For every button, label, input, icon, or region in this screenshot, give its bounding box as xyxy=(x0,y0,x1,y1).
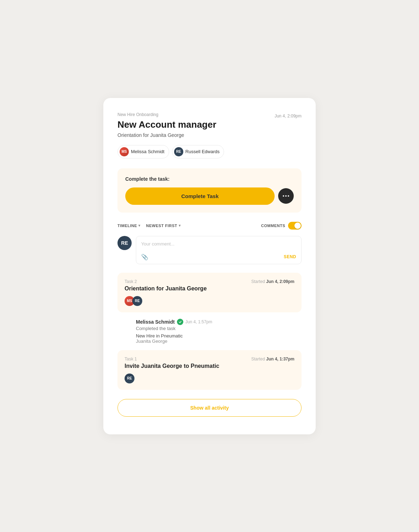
header-timestamp: Jun 4, 2:09pm xyxy=(275,114,302,118)
activity-detail-title: New Hire in Pneumatic xyxy=(136,333,302,339)
send-button[interactable]: SEND xyxy=(284,254,296,259)
avatar-russell: RE xyxy=(174,147,183,156)
timeline-chevron-icon: ▾ xyxy=(138,224,140,227)
comment-row: RE Your comment... 📎 SEND xyxy=(117,236,302,264)
task-avatar-russell-1: RE xyxy=(125,374,134,383)
dot-2 xyxy=(285,195,287,197)
check-icon xyxy=(177,319,183,325)
avatar-melissa: MS xyxy=(120,147,129,156)
comment-footer: 📎 SEND xyxy=(141,254,296,260)
timeline-filter-pill[interactable]: TIMELINE ▾ xyxy=(117,224,140,228)
header-row: New Hire Onboarding New Account manager … xyxy=(117,112,302,145)
dot-1 xyxy=(283,195,284,197)
activity-who-row: Melissa Schmidt Jun 4, 1:57pm xyxy=(136,319,302,325)
task-avatar-russell-2: RE xyxy=(132,296,142,306)
page-subtitle: Orientation for Juanita George xyxy=(117,132,216,138)
task-meta-1: Task 1 Started Jun 4, 1:37pm xyxy=(125,357,294,362)
task-meta-2: Task 2 Started Jun 4, 2:09pm xyxy=(125,279,294,284)
sort-pill[interactable]: NEWEST FIRST ▾ xyxy=(146,224,180,228)
sort-label: NEWEST FIRST xyxy=(146,224,177,228)
task-card-1: Task 1 Started Jun 4, 1:37pm Invite Juan… xyxy=(117,350,302,390)
assignee-chip-russell[interactable]: RE Russell Edwards xyxy=(172,145,224,158)
timeline-controls: TIMELINE ▾ NEWEST FIRST ▾ COMMENTS xyxy=(117,222,302,230)
activity-avatar: MS xyxy=(117,319,132,333)
timeline-label: TIMELINE xyxy=(117,224,137,228)
assignee-name-melissa: Melissa Schmidt xyxy=(131,149,165,154)
task-title-1: Invite Juanita George to Pneumatic xyxy=(125,363,294,369)
activity-detail-sub: Juanita George xyxy=(136,339,302,344)
main-card: New Hire Onboarding New Account manager … xyxy=(103,98,316,434)
task-label-1: Task 1 xyxy=(125,357,137,362)
attach-icon[interactable]: 📎 xyxy=(141,254,148,260)
comments-toggle-switch[interactable] xyxy=(288,222,302,230)
comment-placeholder[interactable]: Your comment... xyxy=(141,241,296,247)
toggle-knob xyxy=(294,222,301,229)
task-avatars-2: MS RE xyxy=(125,296,294,306)
activity-name: Melissa Schmidt xyxy=(136,319,175,325)
complete-row: Complete Task xyxy=(125,187,294,205)
complete-task-button[interactable]: Complete Task xyxy=(125,187,275,205)
activity-entry: MS Melissa Schmidt Jun 4, 1:57pm Complet… xyxy=(117,319,302,344)
sort-chevron-icon: ▾ xyxy=(179,224,181,227)
assignees-list: MS Melissa Schmidt RE Russell Edwards xyxy=(117,145,302,158)
task-complete-box: Complete the task: Complete Task xyxy=(117,168,302,213)
task-avatars-1: RE xyxy=(125,374,294,383)
task-card-2: Task 2 Started Jun 4, 2:09pm Orientation… xyxy=(117,273,302,312)
assignee-name-russell: Russell Edwards xyxy=(185,149,220,154)
comments-label: COMMENTS xyxy=(261,224,285,228)
breadcrumb: New Hire Onboarding xyxy=(117,112,216,117)
page-title: New Account manager xyxy=(117,119,216,130)
timeline-filters: TIMELINE ▾ NEWEST FIRST ▾ xyxy=(117,224,261,228)
comments-toggle[interactable]: COMMENTS xyxy=(261,222,302,230)
header-left: New Hire Onboarding New Account manager … xyxy=(117,112,216,145)
task-started-1: Started Jun 4, 1:37pm xyxy=(251,357,294,362)
show-all-button[interactable]: Show all activity xyxy=(117,399,302,417)
activity-content: Melissa Schmidt Jun 4, 1:57pm Completed … xyxy=(136,319,302,344)
dot-3 xyxy=(288,195,289,197)
task-title-2: Orientation for Juanita George xyxy=(125,285,294,292)
more-options-button[interactable] xyxy=(278,188,294,204)
task-box-label: Complete the task: xyxy=(125,176,294,182)
assignee-chip-melissa[interactable]: MS Melissa Schmidt xyxy=(117,145,169,158)
task-started-2: Started Jun 4, 2:09pm xyxy=(251,279,294,284)
comment-box: Your comment... 📎 SEND xyxy=(136,236,302,264)
activity-time: Jun 4, 1:57pm xyxy=(185,319,212,324)
comment-avatar: RE xyxy=(117,236,132,250)
activity-action: Completed the task xyxy=(136,326,302,331)
task-label-2: Task 2 xyxy=(125,279,137,284)
